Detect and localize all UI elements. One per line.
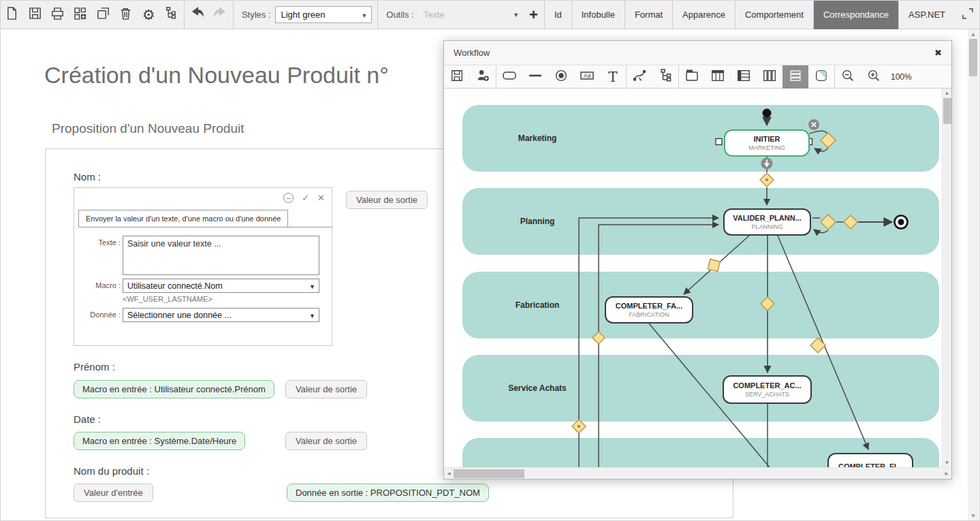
- print-button[interactable]: [46, 1, 69, 29]
- new-document-button[interactable]: [1, 1, 23, 29]
- scroll-down-icon[interactable]: ▼: [943, 458, 951, 467]
- edge-initier-loop-in[interactable]: [815, 147, 828, 151]
- edge-return-to-valider-2[interactable]: [599, 225, 718, 467]
- donnee-select[interactable]: Sélectionner une donnée ...▼: [123, 308, 319, 322]
- workflow-hscroll-thumb[interactable]: [454, 469, 524, 478]
- edge-initier-loop-out[interactable]: [810, 131, 827, 134]
- node-subtitle: PLANNING: [751, 223, 783, 230]
- wf-shape-rectangle-button[interactable]: [496, 65, 522, 89]
- start-node[interactable]: [763, 109, 772, 118]
- tab-apparence[interactable]: Apparence: [672, 1, 735, 29]
- tree-view-button[interactable]: [160, 1, 183, 29]
- wf-zoom-out-button[interactable]: [835, 65, 861, 89]
- page-scrollbar[interactable]: ▲ ▼: [968, 29, 979, 520]
- zoom-in-icon: [866, 68, 881, 86]
- tab-aspnet[interactable]: ASP.NET: [898, 1, 955, 29]
- node-completer-fa[interactable]: COMPLETER_FA... FABRICATION: [605, 296, 693, 323]
- texte-input[interactable]: Saisir une valeur texte ...: [123, 236, 319, 275]
- add-tab-button[interactable]: +: [523, 1, 544, 29]
- edge-valider-loop-in[interactable]: [814, 230, 828, 233]
- curve-tool-icon: [631, 67, 648, 86]
- outils-label: Outils :: [386, 10, 413, 20]
- workflow-horizontal-scrollbar[interactable]: ◄ ►: [444, 467, 951, 479]
- label-icon: Aa: [579, 67, 595, 86]
- scroll-left-icon[interactable]: ◄: [444, 468, 454, 479]
- macro-select[interactable]: Utilisateur connecté.Nom▼: [123, 279, 319, 293]
- expand-icon: [961, 7, 975, 23]
- duplicate-button[interactable]: [92, 1, 114, 29]
- wf-rows-view-button[interactable]: [783, 65, 808, 89]
- scroll-up-icon[interactable]: ▲: [943, 89, 951, 97]
- close-icon[interactable]: ✕: [317, 193, 325, 203]
- wf-swimlane-button[interactable]: [679, 65, 705, 89]
- node-valider-plann[interactable]: VALIDER_PLANN... PLANNING: [723, 208, 811, 236]
- styles-select[interactable]: Light green▼: [275, 6, 373, 23]
- workflow-vertical-scrollbar[interactable]: ▲ ▼: [942, 89, 951, 467]
- wf-shape-label-button[interactable]: Aa: [574, 65, 600, 89]
- node-completer-fi[interactable]: COMPLETER_FI...: [827, 453, 913, 467]
- node-completer-ac[interactable]: COMPLETER_AC... SERV_ACHATS: [723, 375, 812, 404]
- settings-button[interactable]: ⚙: [137, 1, 159, 29]
- widget-tab[interactable]: Envoyer la valeur d'un texte, d'une macr…: [78, 210, 288, 227]
- condition-diamond[interactable]: [810, 338, 825, 353]
- wf-draw-transition-button[interactable]: [627, 65, 652, 89]
- condition-diamond[interactable]: [592, 332, 605, 344]
- tab-comportement[interactable]: Comportement: [735, 1, 813, 29]
- condition-diamond[interactable]: [821, 215, 836, 230]
- condition-diamond[interactable]: [821, 133, 836, 148]
- wf-columns-view-button[interactable]: [757, 65, 783, 89]
- close-icon[interactable]: ✖: [934, 48, 942, 58]
- nom-output-button[interactable]: Valeur de sortie: [346, 191, 428, 209]
- workflow-canvas[interactable]: Marketing Planning Fabrication Service A…: [444, 89, 942, 467]
- node-subtitle: SERV_ACHATS: [745, 391, 789, 398]
- wf-add-actor-button[interactable]: [470, 65, 496, 89]
- texte-label: Texte :: [77, 238, 121, 247]
- wf-save-button[interactable]: [444, 65, 470, 89]
- wf-style-shape-button[interactable]: [808, 65, 834, 89]
- redo-button[interactable]: [209, 1, 232, 29]
- workflow-vscroll-thumb[interactable]: [943, 98, 951, 124]
- tab-format[interactable]: Format: [625, 1, 672, 29]
- condition-diamond[interactable]: [844, 215, 857, 229]
- donnee-select-value: Sélectionner une donnée ...: [127, 311, 232, 320]
- wf-org-chart-button[interactable]: [652, 65, 678, 89]
- wf-shape-text-button[interactable]: T: [600, 65, 626, 89]
- workflow-diagram: [444, 89, 942, 467]
- outils-select[interactable]: Texte▼: [418, 6, 523, 23]
- scroll-down-icon[interactable]: ▼: [968, 511, 979, 520]
- tab-id[interactable]: Id: [544, 1, 571, 29]
- wf-shape-line-button[interactable]: [522, 65, 548, 89]
- date-output-button[interactable]: Valeur de sortie: [285, 432, 367, 450]
- down-arrow-badge[interactable]: [761, 158, 773, 170]
- workflow-panel-header[interactable]: Workflow ✖: [444, 41, 951, 65]
- scroll-right-icon[interactable]: ►: [942, 468, 951, 479]
- nom-produit-output-button[interactable]: Donnée en sortie : PROPOSITION_PDT_NOM: [287, 484, 489, 502]
- prenom-output-button[interactable]: Valeur de sortie: [285, 380, 367, 398]
- condition-square[interactable]: [708, 259, 720, 272]
- tab-infobulle[interactable]: Infobulle: [571, 1, 625, 29]
- node-initier[interactable]: INITIER MARKETING: [724, 129, 810, 157]
- rows-view-icon: [788, 68, 803, 86]
- scroll-up-icon[interactable]: ▲: [968, 29, 979, 39]
- node-title: VALIDER_PLANN...: [733, 214, 802, 222]
- delete-button[interactable]: [114, 1, 137, 29]
- wf-table-rows-button[interactable]: [731, 65, 757, 89]
- condition-diamond[interactable]: [761, 297, 774, 311]
- nom-produit-input-button[interactable]: Valeur d'entrée: [74, 484, 153, 502]
- expand-button[interactable]: [955, 1, 980, 29]
- collapse-icon[interactable]: −: [283, 193, 294, 203]
- wf-shape-end-button[interactable]: [548, 65, 574, 89]
- add-widget-button[interactable]: [69, 1, 91, 29]
- confirm-icon[interactable]: ✓: [302, 193, 309, 203]
- wf-zoom-in-button[interactable]: [861, 65, 887, 89]
- page-scrollbar-thumb[interactable]: [969, 39, 977, 76]
- connection-handle[interactable]: [716, 139, 722, 145]
- save-button[interactable]: [23, 1, 46, 29]
- prenom-macro-button[interactable]: Macro en entrée : Utilisateur connecté.P…: [74, 380, 274, 398]
- tab-correspondance[interactable]: Correspondance: [813, 1, 898, 29]
- delete-badge[interactable]: [808, 119, 819, 130]
- undo-button[interactable]: [186, 1, 208, 29]
- wf-table-columns-button[interactable]: [705, 65, 731, 89]
- date-macro-button[interactable]: Macro en entrée : Système.Date/Heure: [74, 432, 245, 450]
- new-document-icon: [5, 6, 19, 23]
